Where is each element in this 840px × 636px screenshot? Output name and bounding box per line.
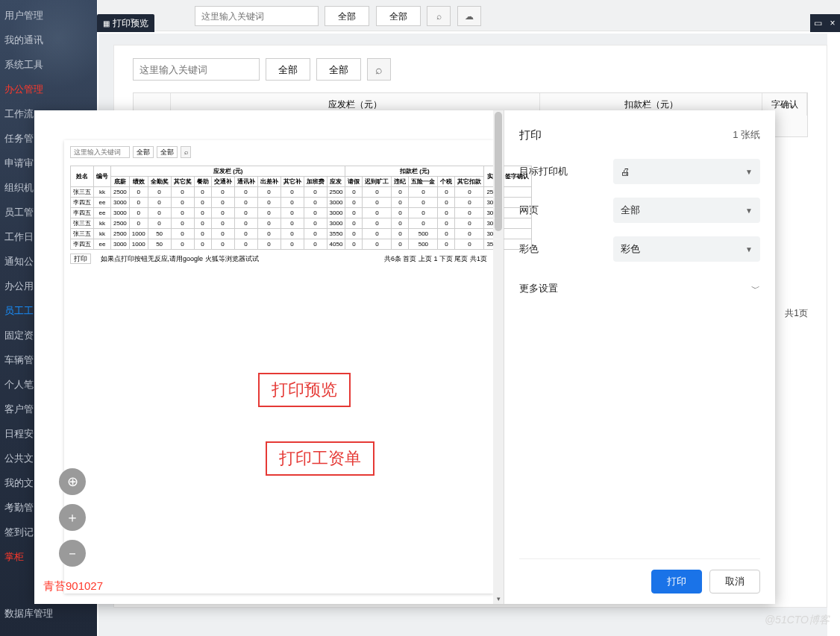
search-icon[interactable]: ⌕ bbox=[427, 6, 451, 26]
print-button[interactable]: 打印 bbox=[651, 570, 702, 594]
scrollbar[interactable]: ▾ bbox=[493, 110, 504, 604]
sidebar-item[interactable]: 我的通讯 bbox=[0, 28, 97, 52]
top-toolbar: 全部 全部 ⌕ ☁ bbox=[98, 0, 840, 31]
chevron-down-icon[interactable]: ▾ bbox=[493, 594, 504, 604]
panel-search-input[interactable] bbox=[133, 58, 260, 81]
dropdown-value: 🖨 bbox=[621, 166, 630, 177]
table-row: 李四五ee300000000000030000000003000 bbox=[71, 208, 532, 218]
print-settings-pane: 打印 1 张纸 目标打印机🖨▼网页全部▼彩色彩色▼ 更多设置 ﹀ 打印 取消 bbox=[504, 110, 775, 604]
overlay-print-preview: 打印预览 bbox=[258, 373, 351, 407]
settings-dropdown[interactable]: 彩色▼ bbox=[613, 236, 760, 262]
search-icon[interactable]: ⌕ bbox=[367, 58, 391, 81]
settings-dropdown[interactable]: 🖨▼ bbox=[613, 159, 760, 184]
print-dialog: 全部 全部 ⌕ 姓名编号应发栏 (元)扣款栏 (元)实发签字确认底薪绩效全勤奖其… bbox=[34, 110, 775, 604]
watermark-left: 青苔901027 bbox=[43, 579, 103, 594]
page-count: 1 张纸 bbox=[733, 128, 760, 142]
print-hint: 如果点打印按钮无反应,请用google 火狐等浏览器试试 bbox=[101, 255, 259, 262]
dropdown-value: 彩色 bbox=[621, 242, 640, 256]
top-search-input[interactable] bbox=[195, 6, 319, 26]
table-row: 李四五ee300010005000000004050000500003550 bbox=[71, 239, 532, 250]
close-icon[interactable]: × bbox=[825, 14, 840, 32]
zoom-in-icon[interactable]: ＋ bbox=[59, 504, 86, 531]
preview-page: 全部 全部 ⌕ 姓名编号应发栏 (元)扣款栏 (元)实发签字确认底薪绩效全勤奖其… bbox=[64, 140, 493, 594]
dropdown-value: 全部 bbox=[621, 204, 640, 217]
sidebar-item[interactable]: 系统工具 bbox=[0, 52, 97, 77]
more-settings-button[interactable]: 更多设置 ﹀ bbox=[519, 275, 760, 302]
zoom-out-icon[interactable]: － bbox=[59, 540, 86, 567]
preview-filter-2[interactable]: 全部 bbox=[157, 146, 178, 158]
top-filter-1[interactable]: 全部 bbox=[325, 6, 369, 26]
chevron-down-icon: ▼ bbox=[745, 207, 753, 215]
scrollbar-thumb[interactable] bbox=[495, 112, 502, 231]
chevron-down-icon: ▼ bbox=[745, 168, 753, 176]
top-filter-2[interactable]: 全部 bbox=[376, 6, 421, 26]
chevron-down-icon: ▼ bbox=[745, 245, 753, 254]
panel-filter-1[interactable]: 全部 bbox=[266, 58, 310, 81]
table-row: 张三五kk250000000000030000000003000 bbox=[71, 218, 532, 229]
more-settings-label: 更多设置 bbox=[519, 282, 558, 295]
pager-label: 共1页 bbox=[785, 307, 808, 320]
settings-row-label: 网页 bbox=[519, 204, 613, 217]
table-row: 张三五kk250000000000025000000002500 bbox=[71, 187, 532, 198]
minimize-icon[interactable]: ▭ bbox=[810, 14, 825, 32]
print-preview-pane: 全部 全部 ⌕ 姓名编号应发栏 (元)扣款栏 (元)实发签字确认底薪绩效全勤奖其… bbox=[34, 110, 504, 604]
watermark-right: @51CTO博客 bbox=[765, 614, 830, 627]
mini-print-button[interactable]: 打印 bbox=[70, 254, 91, 264]
table-row: 张三五kk250010005000000003550000500003050 bbox=[71, 229, 532, 239]
preview-filter-1[interactable]: 全部 bbox=[133, 146, 154, 158]
settings-dropdown[interactable]: 全部▼ bbox=[613, 198, 760, 223]
settings-row-label: 彩色 bbox=[519, 242, 613, 256]
salary-table: 姓名编号应发栏 (元)扣款栏 (元)实发签字确认底薪绩效全勤奖其它奖餐助交通补通… bbox=[70, 166, 532, 250]
settings-title: 打印 bbox=[519, 128, 542, 142]
chevron-down-icon: ﹀ bbox=[751, 283, 760, 295]
sidebar-item-database[interactable]: 数据库管理 bbox=[0, 601, 97, 626]
panel-filter-2[interactable]: 全部 bbox=[316, 58, 361, 81]
table-row: 李四五ee300000000000030000000003000 bbox=[71, 198, 532, 208]
cancel-button[interactable]: 取消 bbox=[709, 570, 760, 594]
overlay-print-payslip: 打印工资单 bbox=[266, 441, 374, 476]
preview-search-input[interactable] bbox=[70, 146, 130, 158]
search-icon[interactable]: ⌕ bbox=[181, 146, 191, 158]
zoom-fit-icon[interactable]: ⊕ bbox=[59, 468, 86, 495]
settings-row: 彩色彩色▼ bbox=[519, 236, 760, 262]
upload-icon[interactable]: ☁ bbox=[457, 6, 481, 26]
settings-row: 目标打印机🖨▼ bbox=[519, 159, 760, 184]
sidebar-item[interactable]: 用户管理 bbox=[0, 3, 97, 28]
settings-row-label: 目标打印机 bbox=[519, 165, 613, 178]
mini-pager: 共6条 首页 上页 1 下页 尾页 共1页 bbox=[384, 254, 487, 264]
sidebar-item[interactable]: 办公管理 bbox=[0, 77, 97, 101]
dialog-title: 打印预览 bbox=[97, 14, 154, 32]
settings-row: 网页全部▼ bbox=[519, 198, 760, 223]
